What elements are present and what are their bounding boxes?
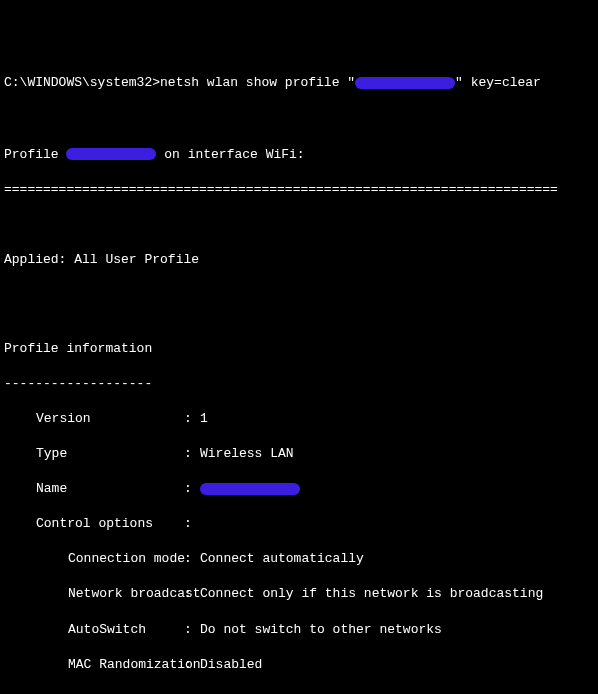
colon: :: [184, 515, 200, 533]
blank-line: [4, 286, 594, 303]
profile-label-post: on interface WiFi:: [156, 147, 304, 162]
blank-line: [4, 111, 594, 128]
colon: :: [184, 480, 200, 498]
label-broadcast: Network broadcast: [4, 585, 184, 603]
prompt-path: C:\WINDOWS\system32>: [4, 75, 160, 90]
colon: :: [184, 410, 200, 428]
redacted-profile-name: [66, 148, 156, 160]
value-mac-rand: Disabled: [200, 656, 594, 674]
row-control-options: Control options:: [4, 515, 594, 533]
label-name: Name: [4, 480, 184, 498]
command-text-post: " key=clear: [455, 75, 541, 90]
value-broadcast: Connect only if this network is broadcas…: [200, 585, 594, 603]
colon: :: [184, 445, 200, 463]
blank-line: [4, 216, 594, 233]
colon: :: [184, 656, 200, 674]
row-autoswitch: AutoSwitch: Do not switch to other netwo…: [4, 621, 594, 639]
row-type: Type: Wireless LAN: [4, 445, 594, 463]
value-autoswitch: Do not switch to other networks: [200, 621, 594, 639]
label-autoswitch: AutoSwitch: [4, 621, 184, 639]
value-type: Wireless LAN: [200, 445, 594, 463]
command-prompt-line: C:\WINDOWS\system32>netsh wlan show prof…: [4, 74, 594, 92]
value-version: 1: [200, 410, 594, 428]
value-name: [200, 480, 594, 498]
colon: :: [184, 585, 200, 603]
label-version: Version: [4, 410, 184, 428]
label-type: Type: [4, 445, 184, 463]
row-version: Version: 1: [4, 410, 594, 428]
profile-header-line: Profile on interface WiFi:: [4, 146, 594, 164]
command-text-pre: netsh wlan show profile ": [160, 75, 355, 90]
label-conn-mode: Connection mode: [4, 550, 184, 568]
value-control: [200, 515, 594, 533]
row-name: Name:: [4, 480, 594, 498]
section-profile-info-dashes: -------------------: [4, 375, 594, 393]
divider-line: ========================================…: [4, 181, 594, 199]
colon: :: [184, 550, 200, 568]
applied-line: Applied: All User Profile: [4, 251, 594, 269]
row-broadcast: Network broadcast: Connect only if this …: [4, 585, 594, 603]
row-mac-randomization: MAC Randomization: Disabled: [4, 656, 594, 674]
section-profile-info-title: Profile information: [4, 340, 594, 358]
profile-label-pre: Profile: [4, 147, 66, 162]
value-conn-mode: Connect automatically: [200, 550, 594, 568]
redacted-profile-name-arg: [355, 77, 455, 89]
row-connection-mode: Connection mode: Connect automatically: [4, 550, 594, 568]
colon: :: [184, 621, 200, 639]
label-mac-rand: MAC Randomization: [4, 656, 184, 674]
label-control: Control options: [4, 515, 184, 533]
redacted-name: [200, 483, 300, 495]
